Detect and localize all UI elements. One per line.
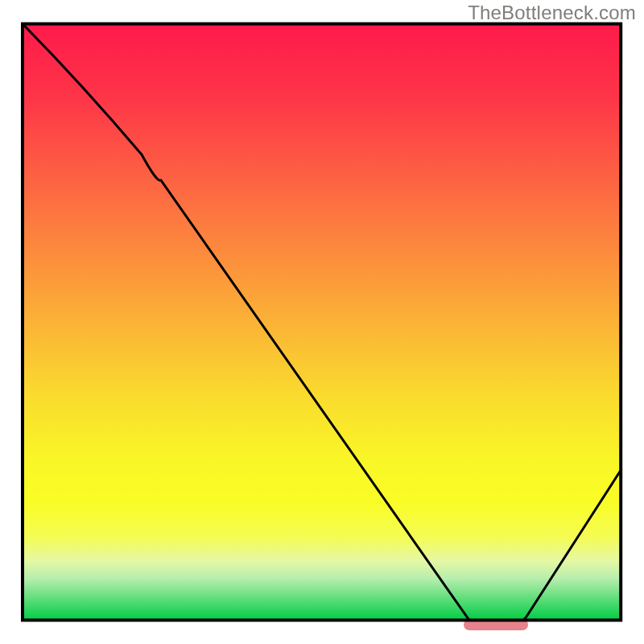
chart-container: TheBottleneck.com — [0, 0, 644, 644]
bottleneck-chart — [0, 0, 644, 644]
gradient-background — [23, 24, 621, 621]
